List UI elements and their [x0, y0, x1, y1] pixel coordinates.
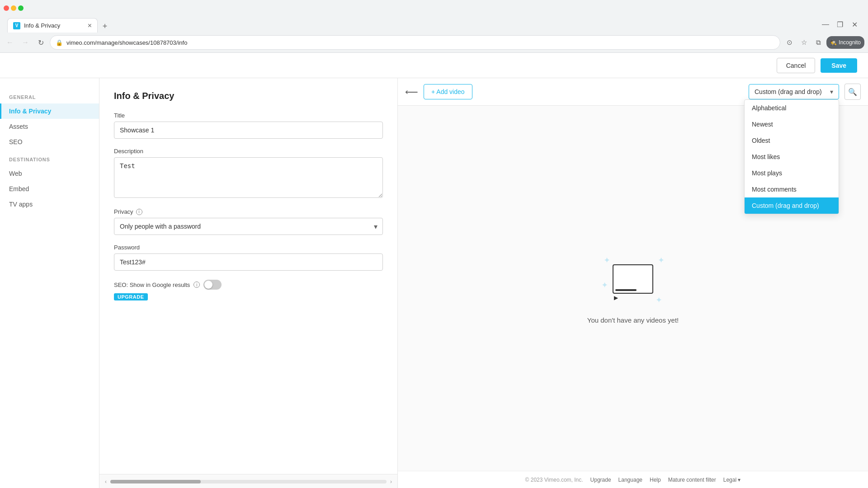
app-topbar: Cancel Save: [0, 53, 868, 78]
app-footer: © 2023 Vimeo.com, Inc. Upgrade Language …: [398, 471, 868, 488]
sort-dropdown-wrapper: Custom (drag and drop) ▾ Alphabetical Ne…: [749, 84, 839, 99]
sort-option-most-likes[interactable]: Most likes: [745, 149, 839, 165]
tab-favicon: V: [13, 22, 20, 29]
footer-upgrade-link[interactable]: Upgrade: [590, 477, 611, 483]
title-group: Title: [114, 112, 383, 139]
destinations-section-label: DESTINATIONS: [0, 153, 99, 166]
sparkle-icon-1: ✦: [604, 255, 610, 265]
footer-mature-link[interactable]: Mature content filter: [668, 477, 716, 483]
sidebar-item-tv-apps[interactable]: TV apps: [0, 197, 99, 212]
privacy-select-wrapper: Anyone Only me Only people with a passwo…: [114, 218, 383, 235]
sidebar-item-assets[interactable]: Assets: [0, 119, 99, 134]
description-group: Description Test: [114, 148, 383, 199]
sort-option-alphabetical[interactable]: Alphabetical: [745, 100, 839, 116]
extension-icon[interactable]: ⧉: [812, 36, 825, 49]
address-lock-icon: 🔒: [56, 39, 63, 46]
sort-option-custom[interactable]: Custom (drag and drop): [745, 197, 839, 214]
privacy-info-icon[interactable]: i: [136, 209, 142, 215]
privacy-group: Privacy i Anyone Only me Only people wit…: [114, 208, 383, 235]
sort-option-oldest[interactable]: Oldest: [745, 132, 839, 149]
incognito-badge: 🕵 Incognito: [826, 36, 864, 49]
empty-progress-bar: [615, 289, 637, 291]
minimize-btn[interactable]: [11, 5, 16, 11]
sparkle-icon-4: ✦: [601, 280, 608, 290]
sparkle-icon-3: ✦: [656, 295, 662, 305]
password-input[interactable]: [114, 253, 383, 271]
cancel-button[interactable]: Cancel: [777, 58, 816, 73]
back-button[interactable]: ⟵: [405, 86, 418, 97]
sidebar-item-info-privacy[interactable]: Info & Privacy: [0, 103, 99, 119]
sort-dropdown-menu: Alphabetical Newest Oldest Most likes Mo…: [744, 99, 839, 214]
footer-language-link[interactable]: Language: [618, 477, 642, 483]
window-restore-btn[interactable]: ❐: [834, 18, 846, 31]
sort-option-most-comments[interactable]: Most comments: [745, 181, 839, 197]
upgrade-badge[interactable]: UPGRADE: [114, 293, 148, 300]
sidebar-item-seo[interactable]: SEO: [0, 134, 99, 150]
general-section-label: GENERAL: [0, 91, 99, 103]
empty-state-text: You don't have any videos yet!: [587, 316, 679, 324]
empty-video-frame: [613, 264, 653, 294]
hscroll-track: [110, 480, 387, 483]
sort-selected-label: Custom (drag and drop): [755, 88, 822, 95]
title-label: Title: [114, 112, 383, 119]
form-title: Info & Privacy: [114, 91, 383, 101]
refresh-btn[interactable]: ↻: [34, 36, 47, 49]
title-input[interactable]: [114, 122, 383, 139]
video-panel-toolbar: ⟵ + Add video Custom (drag and drop) ▾ A…: [398, 78, 868, 106]
window-minimize-btn[interactable]: —: [819, 18, 832, 31]
sparkle-icon-2: ✦: [658, 255, 665, 265]
seo-toggle[interactable]: [203, 280, 222, 290]
forward-nav-btn[interactable]: →: [19, 36, 32, 49]
sidebar-item-embed[interactable]: Embed: [0, 181, 99, 197]
sort-dropdown-arrow: ▾: [830, 88, 833, 95]
description-label: Description: [114, 148, 383, 155]
seo-label: SEO: Show in Google results: [114, 282, 190, 288]
empty-illustration: ✦ ✦ ✦ ✦ ▶: [601, 253, 665, 307]
password-label: Password: [114, 244, 383, 251]
bookmark-icon[interactable]: ☆: [797, 36, 810, 49]
footer-legal-link[interactable]: Legal ▾: [723, 477, 741, 483]
sidebar: GENERAL Info & Privacy Assets SEO DESTIN…: [0, 78, 99, 488]
save-button[interactable]: Save: [821, 58, 857, 73]
address-bar[interactable]: 🔒 vimeo.com/manage/showcases/10878703/in…: [50, 35, 780, 50]
video-panel: ⟵ + Add video Custom (drag and drop) ▾ A…: [398, 78, 868, 488]
password-group: Password: [114, 244, 383, 271]
form-panel: Info & Privacy Title Description Test Pr…: [99, 78, 398, 488]
horizontal-scrollbar[interactable]: ‹ ›: [99, 474, 397, 488]
footer-help-link[interactable]: Help: [650, 477, 661, 483]
sidebar-item-web[interactable]: Web: [0, 166, 99, 181]
privacy-select[interactable]: Anyone Only me Only people with a passwo…: [114, 218, 383, 235]
sort-option-most-plays[interactable]: Most plays: [745, 165, 839, 181]
toggle-knob: [204, 281, 212, 289]
url-display: vimeo.com/manage/showcases/10878703/info: [66, 39, 774, 46]
search-button[interactable]: 🔍: [844, 84, 861, 100]
tab-close-icon[interactable]: ×: [88, 22, 92, 29]
sort-dropdown-button[interactable]: Custom (drag and drop) ▾: [749, 84, 839, 99]
maximize-btn[interactable]: [18, 5, 24, 11]
empty-play-icon: ▶: [614, 295, 618, 301]
description-textarea[interactable]: Test: [114, 157, 383, 198]
window-close-btn[interactable]: ✕: [848, 18, 861, 31]
privacy-label-text: Privacy: [114, 208, 133, 215]
seo-info-icon[interactable]: i: [193, 282, 200, 288]
close-btn[interactable]: [4, 5, 9, 11]
footer-copyright: © 2023 Vimeo.com, Inc.: [525, 477, 583, 483]
sort-option-newest[interactable]: Newest: [745, 116, 839, 132]
back-nav-btn[interactable]: ←: [4, 36, 16, 49]
seo-group: SEO: Show in Google results i UPGRADE: [114, 280, 383, 300]
new-tab-button[interactable]: +: [99, 20, 111, 33]
tab-title: Info & Privacy: [24, 22, 60, 29]
hscroll-thumb[interactable]: [110, 480, 201, 483]
add-video-button[interactable]: + Add video: [424, 84, 472, 99]
media-router-icon[interactable]: ⊙: [783, 36, 796, 49]
browser-tab[interactable]: V Info & Privacy ×: [7, 18, 98, 33]
